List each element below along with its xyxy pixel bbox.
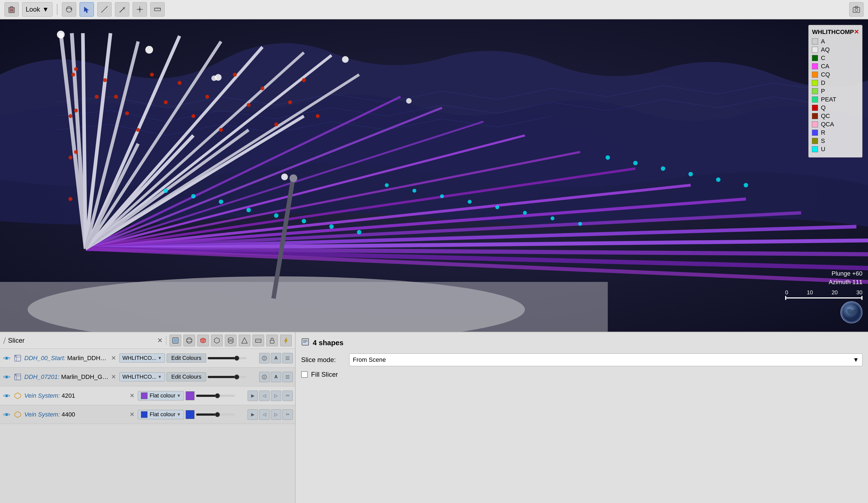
layer-slider-handle[interactable] [234, 356, 239, 361]
slicer-close-button[interactable]: ✕ [157, 337, 163, 345]
layer-style-dropdown[interactable]: Flat colour ▼ [138, 410, 184, 419]
layer-slider-handle[interactable] [215, 412, 220, 417]
slice-mode-select[interactable]: From Scene ▼ [349, 353, 862, 366]
layer-tool-lock-btn[interactable] [266, 335, 278, 346]
ruler-tool-button[interactable] [150, 2, 165, 17]
fill-slicer-label: Fill Slicer [311, 371, 338, 378]
rotate-tool-button[interactable] [62, 2, 76, 17]
measure-tool-button[interactable] [97, 2, 112, 17]
svg-point-79 [288, 100, 292, 104]
layer-prev-btn[interactable]: ◁ [259, 391, 270, 401]
layer-slider[interactable] [208, 376, 246, 378]
layer-close-btn[interactable]: ✕ [130, 392, 135, 399]
layer-close-btn[interactable]: ✕ [111, 355, 116, 362]
layer-tool-tri-btn[interactable] [239, 335, 250, 346]
properties-icon [301, 338, 309, 348]
orientation-text: Plunge +60 Azimuth 111 [829, 269, 862, 287]
layer-row: DDH_00_Start: Marlin_DDH_Geology_start ✕… [0, 349, 295, 368]
svg-rect-22 [853, 8, 860, 12]
layer-visibility-btn[interactable] [2, 410, 11, 419]
layer-style-dropdown[interactable]: Flat colour ▼ [138, 391, 184, 400]
svg-point-65 [103, 78, 107, 82]
layer-play-btn[interactable]: ▶ [248, 409, 258, 420]
look-chevron: ▼ [42, 6, 49, 13]
legend-item: P [812, 88, 859, 95]
layer-tool-box-btn[interactable] [169, 335, 181, 346]
layer-tool-flash-btn[interactable] [280, 335, 292, 346]
layer-list: ⧸ Slicer ✕ [0, 332, 296, 503]
fill-slicer-checkbox[interactable] [301, 371, 308, 378]
select-tool-button[interactable] [80, 2, 94, 17]
layer-visibility-btn[interactable] [2, 372, 11, 381]
layer-color-swatch[interactable] [186, 391, 195, 400]
layer-tool-sep [166, 336, 166, 345]
layer-style-label: WHLITHCO... [122, 374, 156, 380]
legend-item: C [812, 54, 859, 62]
legend-item-label: CQ [821, 71, 830, 78]
viewport[interactable]: WHLITHCOMP ✕ A AQ C CA CQ D P PEAT Q QC … [0, 19, 868, 332]
legend-item-label: U [821, 146, 825, 153]
layer-slider-handle[interactable] [234, 374, 239, 379]
layer-style-dropdown[interactable]: WHLITHCO... ▼ [119, 353, 165, 362]
svg-point-78 [274, 122, 278, 126]
layer-color-swatch[interactable] [186, 410, 195, 419]
layer-edit-colours-btn[interactable]: Edit Colours [167, 372, 206, 381]
properties-header: 4 shapes [301, 338, 862, 348]
svg-line-47 [86, 36, 179, 249]
transform-tool-button[interactable] [133, 2, 147, 17]
svg-line-55 [86, 135, 193, 249]
svg-line-50 [86, 52, 304, 249]
svg-point-95 [523, 211, 527, 215]
legend-swatch [812, 105, 818, 111]
layer-tool-cube-btn[interactable] [197, 335, 209, 346]
delete-button[interactable] [4, 2, 19, 17]
legend-item: S [812, 137, 859, 145]
layer-eq-btn[interactable] [259, 353, 270, 363]
layer-a-btn[interactable]: A [271, 353, 281, 363]
layer-a-btn[interactable]: A [271, 372, 281, 382]
look-dropdown[interactable]: Look ▼ [22, 2, 52, 17]
screenshot-button[interactable] [849, 2, 864, 17]
layer-cut-btn[interactable]: ✂ [282, 409, 293, 420]
layer-close-btn[interactable]: ✕ [111, 373, 116, 381]
scale-marks: 0 10 20 30 [785, 289, 862, 296]
svg-point-92 [440, 194, 444, 198]
layer-list-btn[interactable] [282, 353, 293, 363]
layer-style-chevron: ▼ [177, 412, 181, 417]
layer-close-btn[interactable]: ✕ [130, 411, 135, 418]
nav-cube[interactable] [840, 301, 862, 324]
layer-slider-handle[interactable] [215, 393, 220, 398]
layer-next-btn[interactable]: ▷ [271, 391, 281, 401]
layer-visibility-btn[interactable] [2, 391, 11, 400]
layer-prev-btn[interactable]: ◁ [259, 409, 270, 420]
svg-point-96 [550, 216, 555, 220]
layer-visibility-btn[interactable] [2, 354, 11, 362]
layer-slider[interactable] [196, 413, 235, 416]
fill-slicer-row: Fill Slicer [301, 371, 862, 378]
layer-next-btn[interactable]: ▷ [271, 409, 281, 420]
layer-style-dropdown[interactable]: WHLITHCO... ▼ [119, 372, 165, 381]
edit-tool-button[interactable] [115, 2, 129, 17]
layer-slider[interactable] [196, 395, 235, 397]
layer-eq-btn[interactable] [259, 372, 270, 382]
layer-edit-colours-btn[interactable]: Edit Colours [167, 353, 206, 362]
svg-point-83 [191, 194, 196, 198]
layer-tool-sphere-btn[interactable] [184, 335, 195, 346]
svg-point-74 [219, 128, 223, 132]
legend-swatch [812, 55, 818, 61]
legend-close-button[interactable]: ✕ [854, 29, 859, 35]
layer-play-btn[interactable]: ▶ [248, 391, 258, 401]
svg-point-72 [192, 114, 195, 118]
svg-point-66 [114, 95, 118, 99]
slice-mode-value: From Scene [353, 356, 386, 363]
layer-slider[interactable] [208, 357, 246, 359]
layer-list-btn[interactable] [282, 372, 293, 382]
layer-tool-cyl-btn[interactable] [225, 335, 237, 346]
legend-item: QC [812, 112, 859, 120]
layer-row: Vein System: 4201 ✕ Flat colour ▼ ▶ ◁ ▷ … [0, 386, 295, 405]
layer-tool-hex-btn[interactable] [211, 335, 223, 346]
layer-tool-plane-btn[interactable] [252, 335, 264, 346]
svg-line-44 [83, 33, 86, 249]
layer-cut-btn[interactable]: ✂ [282, 391, 293, 401]
svg-point-121 [228, 338, 233, 340]
